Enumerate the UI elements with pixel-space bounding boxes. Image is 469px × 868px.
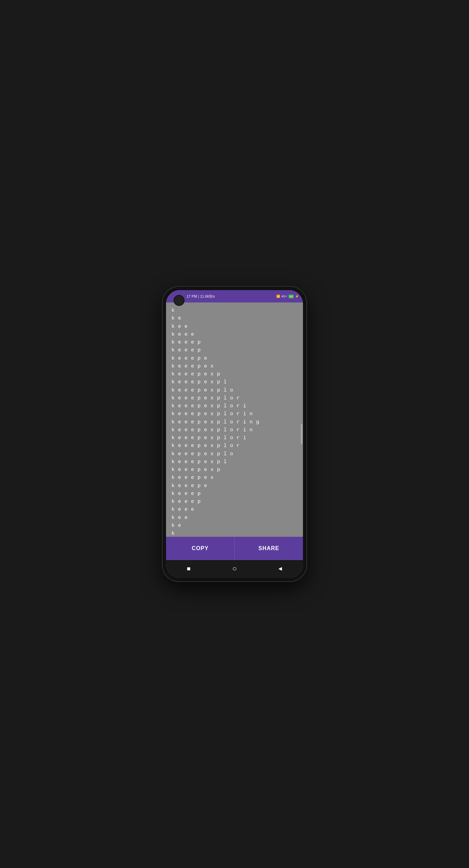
copy-button[interactable]: COPY (166, 537, 235, 560)
list-item: k e e (172, 514, 297, 522)
status-time: 17 PM | 11.6KB/s (187, 295, 215, 298)
list-item: k e e e p e x p l o (172, 450, 297, 458)
list-item: k e e e p e x p l o r i n (172, 426, 297, 434)
share-button[interactable]: SHARE (235, 537, 303, 560)
list-item: k e e e p e x p l o r i (172, 434, 297, 442)
wifi-icon: 📶 (276, 295, 280, 298)
list-item: k e e e p e x p (172, 370, 297, 378)
list-item: k (172, 307, 297, 314)
signal-icon: 4G+ (281, 295, 287, 298)
list-item: k e e e p e x (172, 362, 297, 370)
list-item: k (172, 530, 297, 537)
phone-screen: 17 PM | 11.6KB/s 📶 4G+ 64 ⚡ kk ek e ek e… (166, 290, 303, 578)
status-bar: 17 PM | 11.6KB/s 📶 4G+ 64 ⚡ (166, 290, 303, 302)
list-item: k e e e p (172, 346, 297, 354)
list-item: k e e e (172, 331, 297, 338)
back-button[interactable]: ◄ (278, 566, 282, 572)
list-item: k e e e p e x p l o r i n g (172, 418, 297, 426)
list-item: k e e e p e x p l o r i n (172, 410, 297, 418)
home-button[interactable]: ○ (232, 565, 237, 573)
recents-button[interactable]: ■ (187, 566, 191, 572)
list-item: k e e e (172, 506, 297, 513)
list-item: k e e e p (172, 498, 297, 506)
list-item: k e e e p e (172, 355, 297, 362)
list-item: k e e e p e x p l o r (172, 394, 297, 402)
charge-icon: ⚡ (295, 295, 299, 298)
scroll-indicator (301, 424, 302, 444)
content-area[interactable]: kk ek e ek e e ek e e e pk e e e pk e e … (166, 302, 303, 537)
list-item: k e e (172, 323, 297, 331)
list-item: k e (172, 522, 297, 530)
list-item: k e (172, 314, 297, 322)
battery-icon: 64 (289, 295, 294, 298)
camera-icon (174, 295, 185, 306)
bottom-buttons: COPY SHARE (166, 537, 303, 560)
list-item: k e e e p e x p (172, 466, 297, 474)
list-item: k e e e p (172, 490, 297, 498)
list-item: k e e e p e x p l o (172, 386, 297, 394)
list-item: k e e e p e (172, 482, 297, 490)
list-item: k e e e p e x (172, 474, 297, 482)
list-item: k e e e p e x p l o r (172, 442, 297, 450)
status-icons: 📶 4G+ 64 ⚡ (276, 295, 299, 298)
list-item: k e e e p e x p l (172, 458, 297, 466)
list-item: k e e e p e x p l o r i (172, 402, 297, 410)
phone-frame: 17 PM | 11.6KB/s 📶 4G+ 64 ⚡ kk ek e ek e… (163, 287, 306, 581)
list-item: k e e e p e x p l (172, 378, 297, 386)
list-item: k e e e p (172, 338, 297, 346)
nav-bar: ■ ○ ◄ (166, 560, 303, 578)
